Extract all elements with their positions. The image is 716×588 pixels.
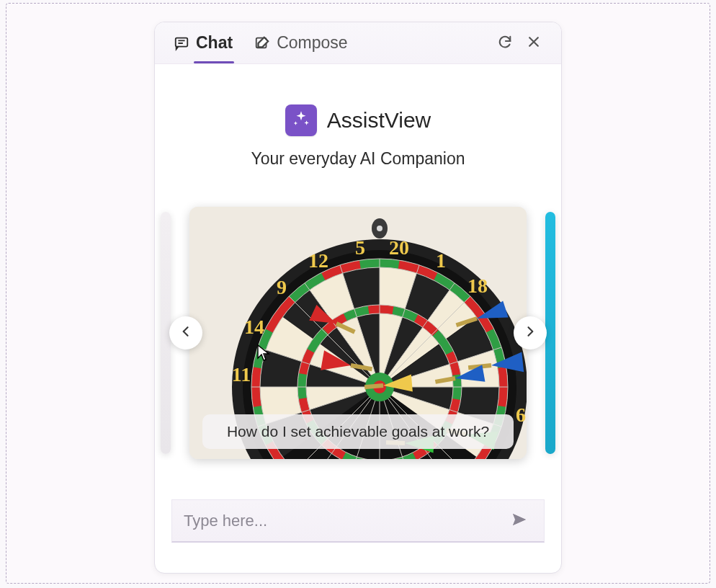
tab-compose[interactable]: Compose — [249, 29, 353, 57]
tab-bar: Chat Compose — [155, 22, 561, 64]
svg-text:1: 1 — [436, 249, 446, 272]
prompt-input-row — [171, 499, 545, 543]
svg-text:12: 12 — [308, 249, 328, 272]
chevron-right-icon — [523, 324, 537, 342]
send-button[interactable] — [506, 508, 532, 534]
svg-text:11: 11 — [232, 363, 251, 386]
svg-text:20: 20 — [389, 236, 409, 259]
carousel-caption: How do I set achievable goals at work? — [202, 414, 514, 449]
chevron-left-icon — [179, 324, 193, 342]
tagline: Your everyday AI Companion — [251, 149, 465, 169]
brand-name: AssistView — [327, 108, 431, 133]
carousel-peek-next — [545, 212, 555, 454]
svg-text:5: 5 — [355, 236, 365, 259]
refresh-button[interactable] — [491, 29, 519, 58]
send-icon — [511, 511, 528, 531]
chat-bubble-icon — [174, 35, 189, 51]
brand-badge — [285, 104, 317, 136]
compose-edit-icon — [254, 35, 270, 51]
close-icon — [527, 35, 541, 52]
svg-point-4 — [377, 226, 382, 231]
carousel-prev-button[interactable] — [169, 316, 202, 349]
prompt-input[interactable] — [184, 512, 506, 530]
svg-rect-0 — [176, 37, 188, 46]
assistview-window: Chat Compose — [154, 22, 562, 574]
carousel-card[interactable]: 20 1 18 6 5 12 9 14 11 — [189, 207, 527, 459]
tab-chat[interactable]: Chat — [168, 29, 238, 57]
refresh-icon — [497, 34, 513, 53]
assistview-body: AssistView Your everyday AI Companion — [155, 64, 561, 573]
svg-text:18: 18 — [467, 275, 488, 297]
tab-chat-label: Chat — [196, 33, 233, 53]
close-button[interactable] — [519, 29, 548, 58]
svg-text:6: 6 — [516, 404, 526, 426]
carousel-next-button[interactable] — [514, 316, 547, 349]
svg-text:14: 14 — [244, 316, 264, 338]
suggestion-carousel: 20 1 18 6 5 12 9 14 11 — [155, 203, 561, 463]
brand-row: AssistView — [285, 104, 431, 136]
svg-text:9: 9 — [277, 276, 287, 298]
tab-compose-label: Compose — [277, 33, 347, 53]
sparkle-icon — [292, 110, 310, 131]
